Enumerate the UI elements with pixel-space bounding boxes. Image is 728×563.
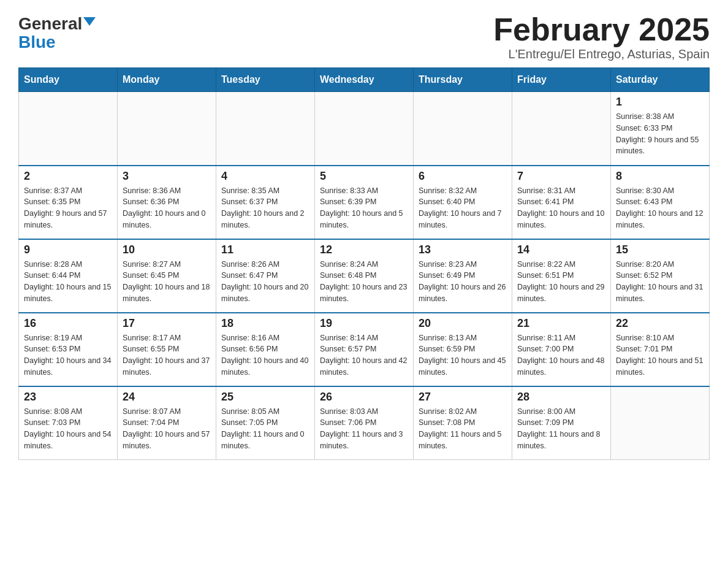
calendar-day-cell: 7Sunrise: 8:31 AMSunset: 6:41 PMDaylight… xyxy=(512,166,611,239)
day-info: Sunrise: 8:37 AMSunset: 6:35 PMDaylight:… xyxy=(24,185,112,231)
day-number: 5 xyxy=(320,170,408,183)
day-info: Sunrise: 8:32 AMSunset: 6:40 PMDaylight:… xyxy=(419,185,507,231)
day-info: Sunrise: 8:19 AMSunset: 6:53 PMDaylight:… xyxy=(24,332,112,378)
calendar-day-cell xyxy=(118,92,216,166)
day-number: 10 xyxy=(123,243,211,256)
day-number: 4 xyxy=(221,170,309,183)
calendar-day-cell: 8Sunrise: 8:30 AMSunset: 6:43 PMDaylight… xyxy=(611,166,710,239)
day-info: Sunrise: 8:11 AMSunset: 7:00 PMDaylight:… xyxy=(517,332,605,378)
day-number: 24 xyxy=(123,391,211,404)
day-header-friday: Friday xyxy=(512,68,611,92)
day-header-wednesday: Wednesday xyxy=(315,68,414,92)
day-info: Sunrise: 8:20 AMSunset: 6:52 PMDaylight:… xyxy=(616,259,704,305)
day-info: Sunrise: 8:14 AMSunset: 6:57 PMDaylight:… xyxy=(320,332,408,378)
day-number: 22 xyxy=(616,317,704,330)
day-number: 12 xyxy=(320,243,408,256)
calendar-day-cell xyxy=(19,92,118,166)
day-number: 21 xyxy=(517,317,605,330)
day-number: 26 xyxy=(320,391,408,404)
day-number: 23 xyxy=(24,391,112,404)
calendar-day-cell: 21Sunrise: 8:11 AMSunset: 7:00 PMDayligh… xyxy=(512,313,611,386)
calendar-day-cell: 12Sunrise: 8:24 AMSunset: 6:48 PMDayligh… xyxy=(315,239,414,313)
calendar-day-cell: 6Sunrise: 8:32 AMSunset: 6:40 PMDaylight… xyxy=(414,166,512,239)
day-info: Sunrise: 8:24 AMSunset: 6:48 PMDaylight:… xyxy=(320,259,408,305)
day-info: Sunrise: 8:13 AMSunset: 6:59 PMDaylight:… xyxy=(419,332,507,378)
calendar-day-cell: 11Sunrise: 8:26 AMSunset: 6:47 PMDayligh… xyxy=(216,239,315,313)
day-info: Sunrise: 8:36 AMSunset: 6:36 PMDaylight:… xyxy=(123,185,211,231)
day-number: 11 xyxy=(221,243,309,256)
day-header-saturday: Saturday xyxy=(611,68,710,92)
logo: General Blue xyxy=(18,12,96,51)
calendar-day-cell: 19Sunrise: 8:14 AMSunset: 6:57 PMDayligh… xyxy=(315,313,414,386)
logo-triangle-icon xyxy=(83,17,96,26)
logo-text-blue: Blue xyxy=(18,33,56,52)
day-number: 17 xyxy=(123,317,211,330)
day-number: 20 xyxy=(419,317,507,330)
day-header-thursday: Thursday xyxy=(414,68,512,92)
calendar-day-cell xyxy=(512,92,611,166)
day-info: Sunrise: 8:16 AMSunset: 6:56 PMDaylight:… xyxy=(221,332,309,378)
calendar-day-cell: 15Sunrise: 8:20 AMSunset: 6:52 PMDayligh… xyxy=(611,239,710,313)
day-info: Sunrise: 8:07 AMSunset: 7:04 PMDaylight:… xyxy=(123,406,211,452)
day-info: Sunrise: 8:10 AMSunset: 7:01 PMDaylight:… xyxy=(616,332,704,378)
day-number: 3 xyxy=(123,170,211,183)
calendar-week-row: 9Sunrise: 8:28 AMSunset: 6:44 PMDaylight… xyxy=(19,239,710,313)
calendar-day-cell: 13Sunrise: 8:23 AMSunset: 6:49 PMDayligh… xyxy=(414,239,512,313)
day-info: Sunrise: 8:35 AMSunset: 6:37 PMDaylight:… xyxy=(221,185,309,231)
day-info: Sunrise: 8:26 AMSunset: 6:47 PMDaylight:… xyxy=(221,259,309,305)
day-info: Sunrise: 8:28 AMSunset: 6:44 PMDaylight:… xyxy=(24,259,112,305)
calendar-day-cell: 22Sunrise: 8:10 AMSunset: 7:01 PMDayligh… xyxy=(611,313,710,386)
day-number: 1 xyxy=(616,96,704,109)
day-number: 18 xyxy=(221,317,309,330)
calendar-day-cell: 25Sunrise: 8:05 AMSunset: 7:05 PMDayligh… xyxy=(216,386,315,460)
day-number: 8 xyxy=(616,170,704,183)
day-header-monday: Monday xyxy=(118,68,216,92)
day-info: Sunrise: 8:22 AMSunset: 6:51 PMDaylight:… xyxy=(517,259,605,305)
page-header: General Blue February 2025 L'Entregu/El … xyxy=(18,12,710,61)
calendar-day-cell xyxy=(611,386,710,460)
day-header-sunday: Sunday xyxy=(19,68,118,92)
calendar-day-cell: 16Sunrise: 8:19 AMSunset: 6:53 PMDayligh… xyxy=(19,313,118,386)
calendar-day-cell: 17Sunrise: 8:17 AMSunset: 6:55 PMDayligh… xyxy=(118,313,216,386)
title-block: February 2025 L'Entregu/El Entrego, Astu… xyxy=(493,12,710,61)
calendar-day-cell: 2Sunrise: 8:37 AMSunset: 6:35 PMDaylight… xyxy=(19,166,118,239)
calendar-day-cell: 23Sunrise: 8:08 AMSunset: 7:03 PMDayligh… xyxy=(19,386,118,460)
calendar-day-cell: 27Sunrise: 8:02 AMSunset: 7:08 PMDayligh… xyxy=(414,386,512,460)
day-number: 2 xyxy=(24,170,112,183)
calendar-day-cell xyxy=(315,92,414,166)
day-number: 19 xyxy=(320,317,408,330)
day-info: Sunrise: 8:02 AMSunset: 7:08 PMDaylight:… xyxy=(419,406,507,452)
calendar-day-cell: 26Sunrise: 8:03 AMSunset: 7:06 PMDayligh… xyxy=(315,386,414,460)
calendar-day-cell xyxy=(414,92,512,166)
calendar-day-cell: 4Sunrise: 8:35 AMSunset: 6:37 PMDaylight… xyxy=(216,166,315,239)
day-header-tuesday: Tuesday xyxy=(216,68,315,92)
day-number: 25 xyxy=(221,391,309,404)
calendar-table: SundayMondayTuesdayWednesdayThursdayFrid… xyxy=(18,67,710,460)
calendar-header-row: SundayMondayTuesdayWednesdayThursdayFrid… xyxy=(19,68,710,92)
day-number: 27 xyxy=(419,391,507,404)
day-number: 6 xyxy=(419,170,507,183)
calendar-day-cell: 9Sunrise: 8:28 AMSunset: 6:44 PMDaylight… xyxy=(19,239,118,313)
day-number: 9 xyxy=(24,243,112,256)
calendar-day-cell: 18Sunrise: 8:16 AMSunset: 6:56 PMDayligh… xyxy=(216,313,315,386)
logo-text-general: General xyxy=(18,15,82,33)
day-info: Sunrise: 8:38 AMSunset: 6:33 PMDaylight:… xyxy=(616,111,704,157)
day-number: 7 xyxy=(517,170,605,183)
calendar-day-cell: 10Sunrise: 8:27 AMSunset: 6:45 PMDayligh… xyxy=(118,239,216,313)
calendar-day-cell: 1Sunrise: 8:38 AMSunset: 6:33 PMDaylight… xyxy=(611,92,710,166)
calendar-day-cell: 3Sunrise: 8:36 AMSunset: 6:36 PMDaylight… xyxy=(118,166,216,239)
day-info: Sunrise: 8:03 AMSunset: 7:06 PMDaylight:… xyxy=(320,406,408,452)
day-info: Sunrise: 8:33 AMSunset: 6:39 PMDaylight:… xyxy=(320,185,408,231)
calendar-week-row: 1Sunrise: 8:38 AMSunset: 6:33 PMDaylight… xyxy=(19,92,710,166)
day-info: Sunrise: 8:30 AMSunset: 6:43 PMDaylight:… xyxy=(616,185,704,231)
calendar-week-row: 23Sunrise: 8:08 AMSunset: 7:03 PMDayligh… xyxy=(19,386,710,460)
day-info: Sunrise: 8:05 AMSunset: 7:05 PMDaylight:… xyxy=(221,406,309,452)
calendar-week-row: 2Sunrise: 8:37 AMSunset: 6:35 PMDaylight… xyxy=(19,166,710,239)
calendar-day-cell: 5Sunrise: 8:33 AMSunset: 6:39 PMDaylight… xyxy=(315,166,414,239)
day-number: 28 xyxy=(517,391,605,404)
day-number: 15 xyxy=(616,243,704,256)
calendar-day-cell: 24Sunrise: 8:07 AMSunset: 7:04 PMDayligh… xyxy=(118,386,216,460)
day-number: 13 xyxy=(419,243,507,256)
day-info: Sunrise: 8:00 AMSunset: 7:09 PMDaylight:… xyxy=(517,406,605,452)
day-number: 16 xyxy=(24,317,112,330)
